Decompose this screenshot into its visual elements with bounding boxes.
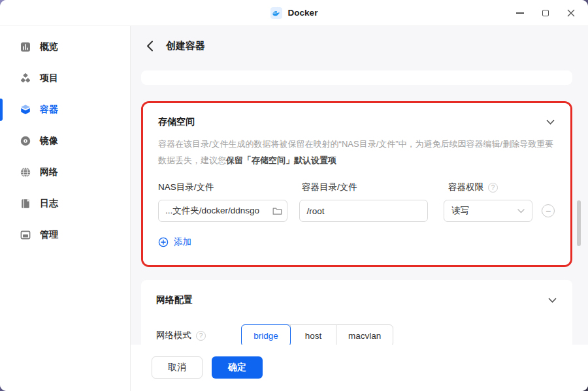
back-icon[interactable] [142, 39, 157, 53]
minimize-icon[interactable] [515, 8, 525, 18]
app-title-group: Docker [270, 7, 318, 19]
cancel-button[interactable]: 取消 [152, 356, 203, 379]
projects-icon [20, 72, 31, 84]
page-title: 创建容器 [166, 40, 205, 52]
sidebar-item-logs[interactable]: 日志 [0, 188, 130, 219]
maximize-icon[interactable] [540, 8, 551, 18]
folder-icon[interactable] [272, 207, 282, 215]
tab-macvlan[interactable]: macvlan [336, 325, 393, 345]
tab-host[interactable]: host [290, 325, 336, 345]
sidebar-item-label: 项目 [40, 72, 58, 84]
containers-icon [20, 104, 31, 116]
logs-icon [20, 198, 31, 210]
network-icon [20, 166, 31, 178]
volume-mapping-row: 读写 − [158, 200, 555, 222]
sidebar-item-label: 概览 [40, 41, 58, 53]
field-labels-row: NAS目录/文件 容器目录/文件 容器权限 ? [158, 181, 555, 193]
help-icon[interactable]: ? [196, 331, 206, 341]
add-mapping-button[interactable]: 添加 [158, 236, 191, 248]
sidebar-item-manage[interactable]: 管理 [0, 219, 130, 251]
network-mode-tabs: bridge host macvlan [241, 324, 393, 345]
storage-section: 存储空间 容器在该目录/文件生成的数据将被保留在映射的“NAS目录/文件”中，为… [143, 103, 570, 265]
overview-icon [20, 41, 31, 53]
manage-icon [20, 229, 31, 241]
titlebar: Docker [0, 0, 588, 26]
footer-bar: 取消 确定 [131, 345, 588, 391]
main-content: 创建容器 存储空间 容器在该目录/文件生成的数据将被保留在映射的“NAS目录/文… [131, 26, 588, 391]
sidebar-item-projects[interactable]: 项目 [0, 63, 130, 94]
scrollbar-thumb[interactable] [577, 200, 581, 246]
permission-label: 容器权限 [448, 181, 483, 193]
images-icon [20, 135, 31, 147]
network-mode-row: 网络模式 ? bridge host macvlan [156, 324, 557, 345]
tab-bridge[interactable]: bridge [241, 324, 291, 345]
scroll-area: 存储空间 容器在该目录/文件生成的数据将被保留在映射的“NAS目录/文件”中，为… [131, 65, 588, 345]
sidebar-item-network[interactable]: 网络 [0, 157, 130, 188]
storage-description: 容器在该目录/文件生成的数据将被保留在映射的“NAS目录/文件”中，为避免后续因… [158, 136, 555, 168]
remove-row-icon[interactable]: − [542, 204, 555, 217]
help-icon[interactable]: ? [488, 183, 498, 193]
sidebar-item-label: 网络 [40, 166, 58, 178]
docker-whale-icon [270, 7, 282, 19]
storage-section-title: 存储空间 [158, 116, 195, 128]
chevron-down-icon[interactable] [548, 298, 557, 304]
nas-path-input[interactable] [158, 200, 287, 222]
sidebar-item-overview[interactable]: 概览 [0, 31, 130, 63]
docker-window: Docker 概览 项目 [0, 0, 588, 391]
container-path-label: 容器目录/文件 [302, 181, 433, 193]
plus-circle-icon [158, 237, 169, 247]
add-mapping-label: 添加 [174, 236, 191, 248]
page-header: 创建容器 [131, 26, 588, 65]
previous-section-card [141, 70, 572, 85]
sidebar-item-label: 管理 [40, 229, 58, 241]
sidebar-item-label: 日志 [40, 198, 58, 210]
network-section: 网络配置 网络模式 ? bridge host macv [141, 280, 572, 345]
nas-path-label: NAS目录/文件 [158, 181, 290, 193]
storage-description-bold: 保留「存储空间」默认设置项 [226, 155, 336, 165]
close-icon[interactable] [566, 8, 576, 18]
active-indicator [0, 99, 3, 121]
permission-select-value: 读写 [451, 205, 469, 217]
sidebar-item-images[interactable]: 镜像 [0, 125, 130, 157]
sidebar-item-label: 容器 [40, 104, 58, 116]
sidebar-item-containers[interactable]: 容器 [0, 94, 130, 125]
network-section-title: 网络配置 [156, 294, 193, 306]
network-mode-label: 网络模式 [156, 330, 191, 341]
window-controls [515, 0, 576, 26]
red-annotation-box: 存储空间 容器在该目录/文件生成的数据将被保留在映射的“NAS目录/文件”中，为… [141, 101, 572, 267]
chevron-down-icon[interactable] [546, 119, 555, 125]
window-title: Docker [288, 8, 318, 18]
permission-select[interactable]: 读写 [444, 200, 532, 222]
confirm-button[interactable]: 确定 [212, 356, 263, 379]
sidebar-item-label: 镜像 [40, 135, 58, 147]
sidebar: 概览 项目 容器 镜像 [0, 26, 131, 391]
container-path-input[interactable] [299, 200, 428, 222]
